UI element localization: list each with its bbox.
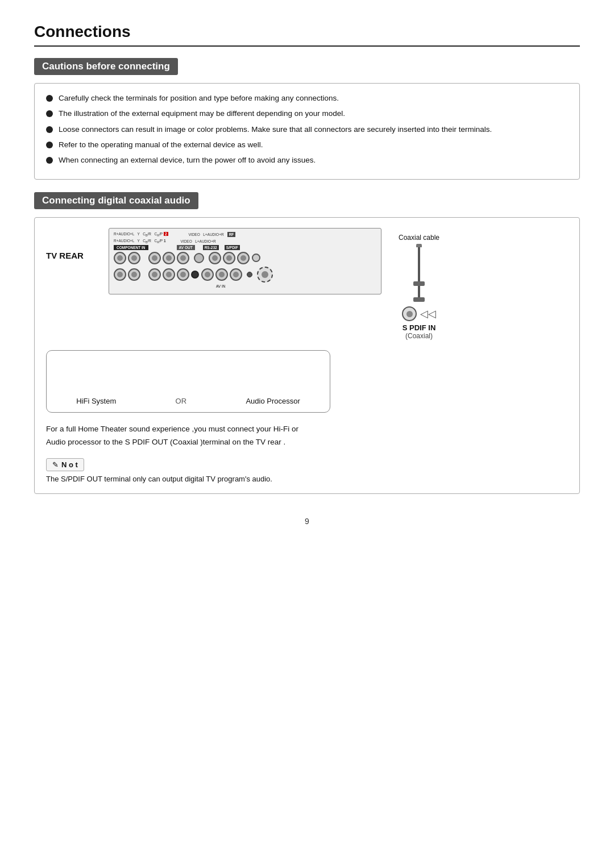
- av-out-label: AV OUT: [177, 245, 195, 250]
- connectors-row-2: [114, 267, 376, 283]
- spdif-in-label: S PDIF IN: [403, 323, 436, 332]
- panel-section-labels: COMPONENT IN AV OUT RS-232 S/PDIF: [114, 245, 376, 250]
- connector-13: [177, 268, 189, 281]
- caution-item-1: Carefully check the terminals for positi…: [46, 93, 568, 104]
- bullet-icon: [46, 126, 53, 133]
- coaxial-inner: [262, 271, 268, 278]
- connector-9: [114, 268, 126, 281]
- component-group-1: [114, 252, 140, 264]
- description-text: For a full Home Theater sound experience…: [46, 423, 568, 449]
- coaxial-out-connector: [257, 267, 273, 283]
- connector-10: [128, 268, 140, 281]
- cable-connector-mid: [413, 281, 425, 286]
- bullet-icon: [46, 157, 53, 164]
- connector-11: [148, 268, 161, 281]
- spdif-in-inner: [406, 311, 413, 317]
- note-box: ✎ N o t: [46, 458, 84, 471]
- note-text: The S/PDIF OUT terminal only can output …: [46, 475, 568, 483]
- connecting-section: Connecting digital coaxial audio TV REAR…: [34, 192, 580, 494]
- connector-12: [163, 268, 175, 281]
- rs232-label: RS-232: [203, 245, 219, 250]
- bottom-devices-row: HiFi System OR Audio Processor: [46, 350, 568, 413]
- bullet-icon: [46, 142, 53, 148]
- cautions-section: Cautions before connecting Carefully che…: [34, 58, 580, 180]
- av-in-group: [201, 268, 242, 281]
- page-number: 9: [34, 517, 580, 526]
- page-title: Connections: [34, 23, 580, 47]
- caution-item-5: When connecting an external device, turn…: [46, 155, 568, 166]
- connector-7: [223, 252, 235, 264]
- cable-body-2: [418, 286, 420, 297]
- device-box: HiFi System OR Audio Processor: [46, 350, 330, 413]
- connector-1: [114, 252, 126, 264]
- diagram-full: TV REAR R+AUDIO+L Y CB/R CR/P 2 VIDEO L+…: [46, 228, 568, 413]
- connector-16: [230, 268, 242, 281]
- coaxial-cable-label: Coaxial cable: [399, 234, 439, 242]
- tv-rear-row: TV REAR R+AUDIO+L Y CB/R CR/P 2 VIDEO L+…: [46, 228, 568, 340]
- component-in-label: COMPONENT IN: [114, 245, 148, 250]
- cautions-heading: Cautions before connecting: [34, 58, 178, 75]
- filled-connector: [191, 271, 199, 279]
- component-group-4: [148, 268, 199, 281]
- small-connector-1: [252, 254, 260, 262]
- arrow-icon: ◁◁: [420, 308, 436, 320]
- spdif-in-sub: (Coaxial): [405, 332, 433, 340]
- caution-item-2: The illustration of the external equipme…: [46, 108, 568, 119]
- component-group-3: [114, 268, 140, 281]
- cable-body: [418, 247, 420, 281]
- spdif-in-connector: [402, 306, 417, 321]
- av-in-label-row: AV IN: [114, 284, 376, 288]
- rf-badge: RF: [227, 232, 236, 237]
- component-group-2: [148, 252, 189, 264]
- spdif-in-area: ◁◁: [402, 306, 436, 321]
- av-out-group: [209, 252, 250, 264]
- note-section: ✎ N o t The S/PDIF OUT terminal only can…: [46, 458, 568, 483]
- connector-8: [237, 252, 250, 264]
- caution-item-3: Loose connectors can result in image or …: [46, 124, 568, 135]
- bullet-icon: [46, 95, 53, 102]
- note-label: N o t: [61, 460, 78, 469]
- diagram-box: TV REAR R+AUDIO+L Y CB/R CR/P 2 VIDEO L+…: [34, 217, 580, 494]
- connector-6: [209, 252, 221, 264]
- note-pencil-icon: ✎: [52, 460, 59, 469]
- caution-item-4: Refer to the operating manual of the ext…: [46, 139, 568, 151]
- connector-4: [163, 252, 175, 264]
- av-in-label: AV IN: [216, 284, 226, 288]
- headphone-connector: [194, 253, 204, 263]
- tv-rear-label: TV REAR: [46, 251, 103, 260]
- tv-panel: R+AUDIO+L Y CB/R CR/P 2 VIDEO L+AUDIO+R …: [109, 228, 381, 294]
- connector-14: [201, 268, 214, 281]
- connector-3: [148, 252, 161, 264]
- bullet-icon: [46, 110, 53, 117]
- coaxial-cable-visual: [413, 244, 425, 302]
- connecting-heading: Connecting digital coaxial audio: [34, 192, 198, 209]
- panel-top-labels: R+AUDIO+L Y CB/R CR/P 2 VIDEO L+AUDIO+R …: [114, 232, 376, 237]
- connector-2: [128, 252, 140, 264]
- connectors-row-1: [114, 252, 376, 264]
- connector-5: [177, 252, 189, 264]
- connector-15: [215, 268, 228, 281]
- spdif-label: S/PDIF: [225, 245, 240, 250]
- cautions-box: Carefully check the terminals for positi…: [34, 83, 580, 180]
- hifi-label: HiFi System: [76, 397, 116, 405]
- cable-connector-bottom: [413, 297, 425, 302]
- dot-connector: [247, 272, 252, 277]
- panel-second-labels: R+AUDIO+L Y CB/R CR/P 1 VIDEO L+AUDIO+R: [114, 239, 376, 244]
- audio-processor-label: Audio Processor: [246, 397, 300, 405]
- cautions-list: Carefully check the terminals for positi…: [46, 93, 568, 166]
- coaxial-right-area: Coaxial cable: [399, 234, 439, 340]
- or-label: OR: [176, 397, 187, 405]
